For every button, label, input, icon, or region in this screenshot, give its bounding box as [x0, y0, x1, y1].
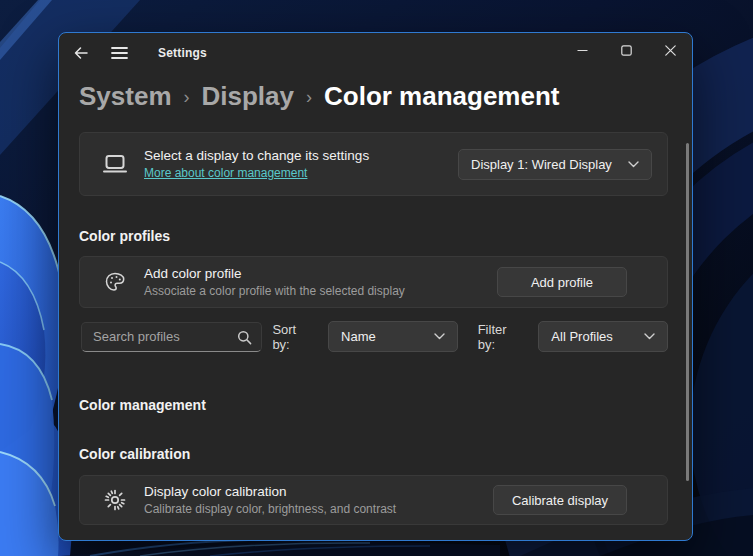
- breadcrumb-display[interactable]: Display: [202, 80, 295, 112]
- color-management-header: Color management: [79, 397, 668, 414]
- back-arrow-icon: [73, 45, 89, 61]
- breadcrumb-separator: ›: [184, 81, 190, 113]
- calibration-subtitle: Calibrate display color, brightness, and…: [144, 502, 396, 516]
- color-calibration-header: Color calibration: [79, 446, 668, 463]
- chevron-down-icon: [628, 161, 639, 168]
- close-button[interactable]: [648, 33, 692, 67]
- chevron-down-icon: [434, 333, 445, 340]
- display-select-value: Display 1: Wired Display: [471, 157, 612, 172]
- add-color-profile-card: Add color profile Associate a color prof…: [79, 256, 668, 308]
- search-profiles-box: [81, 322, 262, 352]
- hamburger-icon: [111, 46, 128, 60]
- calibrate-display-button[interactable]: Calibrate display: [493, 485, 627, 515]
- display-selector-card: Select a display to change its settings …: [79, 132, 668, 196]
- page-content: Select a display to change its settings …: [59, 132, 692, 525]
- laptop-icon: [102, 153, 128, 175]
- palette-icon: [102, 270, 128, 294]
- add-profile-subtitle: Associate a color profile with the selec…: [144, 284, 405, 298]
- search-profiles-input[interactable]: [82, 323, 261, 351]
- breadcrumb-system[interactable]: System: [79, 80, 172, 112]
- maximize-icon: [621, 45, 632, 56]
- more-about-color-management-link[interactable]: More about color management: [144, 166, 369, 180]
- color-profiles-header: Color profiles: [79, 228, 668, 245]
- back-button[interactable]: [67, 39, 95, 67]
- filter-by-label: Filter by:: [478, 322, 528, 352]
- sort-by-dropdown[interactable]: Name: [328, 321, 458, 352]
- search-icon: [237, 330, 252, 349]
- sort-by-value: Name: [341, 329, 376, 344]
- calibration-title: Display color calibration: [144, 484, 396, 499]
- sort-by-label: Sort by:: [272, 322, 317, 352]
- sunburst-icon: [102, 488, 128, 512]
- nav-menu-button[interactable]: [105, 39, 133, 67]
- filter-by-dropdown[interactable]: All Profiles: [538, 321, 668, 352]
- breadcrumb: System › Display › Color management: [79, 79, 692, 113]
- vertical-scrollbar[interactable]: [686, 143, 689, 481]
- display-select-dropdown[interactable]: Display 1: Wired Display: [458, 149, 652, 180]
- add-profile-title: Add color profile: [144, 266, 405, 281]
- chevron-down-icon: [644, 333, 655, 340]
- maximize-button[interactable]: [604, 33, 648, 67]
- minimize-icon: [577, 45, 588, 56]
- titlebar: Settings: [59, 33, 692, 73]
- close-icon: [665, 45, 676, 56]
- add-profile-button[interactable]: Add profile: [497, 267, 627, 297]
- app-title: Settings: [158, 46, 207, 60]
- settings-window: Settings System › Display › Color manage…: [58, 32, 693, 541]
- breadcrumb-separator: ›: [306, 81, 312, 113]
- filter-by-value: All Profiles: [551, 329, 612, 344]
- page-title: Color management: [324, 80, 560, 112]
- profiles-filter-row: Sort by: Name Filter by: All Profiles: [79, 321, 668, 352]
- display-calibration-card: Display color calibration Calibrate disp…: [79, 475, 668, 525]
- minimize-button[interactable]: [560, 33, 604, 67]
- display-selector-title: Select a display to change its settings: [144, 148, 369, 163]
